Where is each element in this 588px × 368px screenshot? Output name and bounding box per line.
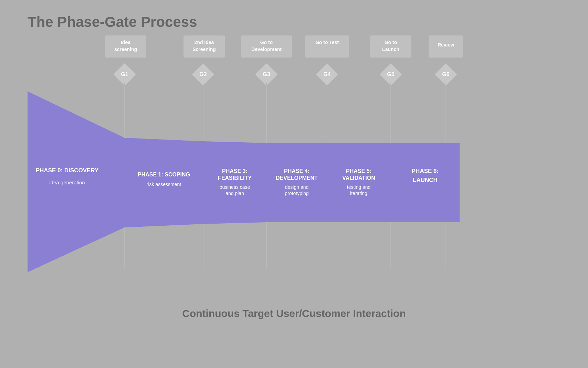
phase5-shape: [327, 143, 391, 222]
phase-gate-diagram: Idea screening 2nd Idea Screening Go to …: [0, 0, 588, 368]
phase0-title: PHASE 0: DISCOVERY: [36, 167, 99, 174]
svg-text:prototyping: prototyping: [285, 191, 308, 196]
phase3-shape: [203, 141, 266, 224]
phase3-desc: business case: [220, 184, 250, 190]
svg-text:iterating: iterating: [350, 191, 367, 196]
svg-text:G1: G1: [121, 71, 128, 77]
bottom-label: Continuous Target User/Customer Interact…: [182, 308, 406, 319]
phase6-title: PHASE 6:: [412, 168, 439, 174]
phase4-title: PHASE 4:: [284, 168, 309, 174]
svg-text:Go to Test: Go to Test: [315, 40, 339, 45]
phase3-title: PHASE 3:: [222, 168, 248, 174]
svg-text:Go to: Go to: [385, 40, 397, 45]
svg-text:G6: G6: [442, 71, 449, 77]
phase4-shape: [266, 143, 327, 222]
svg-text:FEASIBILITY: FEASIBILITY: [218, 175, 252, 181]
svg-text:G5: G5: [387, 71, 394, 77]
svg-text:G2: G2: [199, 71, 207, 77]
svg-text:LAUNCH: LAUNCH: [413, 177, 438, 183]
svg-text:Development: Development: [251, 47, 282, 52]
gate-label-text-g1: Idea: [121, 40, 130, 45]
phase5-title: PHASE 5:: [346, 168, 371, 174]
phase4-desc: design and: [285, 184, 309, 190]
svg-text:and plan: and plan: [225, 191, 244, 196]
svg-text:G3: G3: [263, 71, 270, 77]
phase5-desc: testing and: [347, 184, 371, 190]
phase1-desc: risk assessment: [147, 182, 181, 187]
gate-label-box-g4: [305, 35, 349, 58]
svg-text:G4: G4: [323, 71, 330, 77]
svg-text:VALIDATION: VALIDATION: [342, 175, 375, 181]
svg-text:2nd Idea: 2nd Idea: [195, 40, 214, 45]
phase1-title: PHASE 1: SCOPING: [138, 172, 190, 177]
phase0-desc: idea generation: [49, 180, 85, 185]
svg-text:Screening: Screening: [192, 47, 216, 52]
svg-text:Review: Review: [438, 42, 454, 48]
svg-text:Launch: Launch: [382, 47, 399, 52]
svg-text:DEVELOPMENT: DEVELOPMENT: [276, 175, 318, 181]
svg-text:Go to: Go to: [260, 40, 273, 45]
svg-text:screening: screening: [114, 47, 137, 52]
